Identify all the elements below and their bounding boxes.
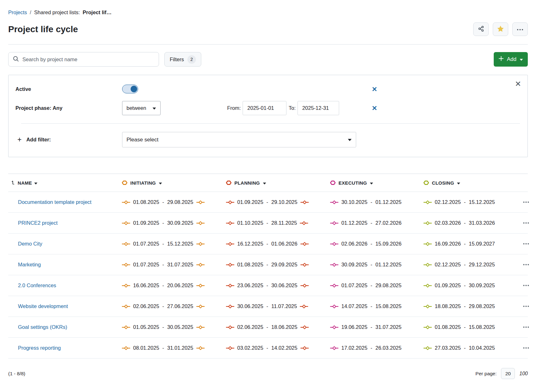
row-more-button[interactable] bbox=[522, 221, 530, 225]
row-more-button[interactable] bbox=[522, 200, 530, 204]
phase-dates-cell: 01.09.2025-30.09.2025 bbox=[423, 282, 522, 288]
add-filter-placeholder: Please select bbox=[127, 137, 158, 143]
active-filter-label: Active bbox=[15, 86, 122, 92]
add-button[interactable]: Add bbox=[494, 52, 528, 67]
active-toggle[interactable] bbox=[122, 85, 138, 93]
project-link[interactable]: Goal settings (OKRs) bbox=[18, 324, 67, 330]
phase-gate-diamond-icon bbox=[330, 325, 339, 330]
phase-start-date: 16.12.2025 bbox=[237, 241, 263, 247]
project-link[interactable]: Website development bbox=[18, 303, 68, 309]
project-link[interactable]: 2.0 Conferences bbox=[18, 282, 56, 288]
phase-gate-diamond-icon bbox=[196, 200, 205, 205]
per-page-option-100[interactable]: 100 bbox=[519, 371, 528, 377]
project-link[interactable]: Demo City bbox=[18, 241, 42, 246]
date-separator: - bbox=[371, 282, 373, 288]
date-separator: - bbox=[162, 345, 164, 351]
filter-row-phase: Project phase: Any between From: To: ✕ bbox=[15, 101, 520, 115]
share-button[interactable] bbox=[473, 22, 489, 36]
phase-gate-diamond-icon bbox=[423, 200, 432, 205]
phase-start-date: 01.08.2025 bbox=[133, 199, 159, 205]
row-more-button[interactable] bbox=[522, 263, 530, 267]
remove-active-filter-button[interactable]: ✕ bbox=[372, 86, 377, 92]
date-separator: - bbox=[464, 303, 466, 309]
more-options-button[interactable] bbox=[512, 22, 528, 36]
project-link[interactable]: Progress reporting bbox=[18, 345, 61, 351]
phase-end-date: 29.08.2025 bbox=[469, 303, 495, 309]
project-link[interactable]: Documentation template project bbox=[18, 199, 91, 205]
search-input[interactable] bbox=[22, 56, 154, 62]
phase-dates-cell: 16.12.2025-01.06.2026 bbox=[226, 241, 330, 247]
breadcrumb: Projects / Shared project lists: Project… bbox=[8, 9, 528, 15]
phase-start-date: 08.01.2025 bbox=[133, 345, 159, 351]
phase-gate-diamond-icon bbox=[423, 304, 432, 309]
table-row: Progress reporting08.01.2025-31.01.20250… bbox=[8, 338, 528, 359]
per-page-label: Per page: bbox=[475, 371, 497, 377]
date-separator: - bbox=[371, 241, 373, 247]
project-link[interactable]: PRINCE2 project bbox=[18, 220, 58, 226]
date-separator: - bbox=[371, 199, 373, 205]
per-page-selected[interactable]: 20 bbox=[501, 368, 515, 379]
phase-start-date: 02.06.2025 bbox=[133, 303, 159, 309]
date-separator: - bbox=[267, 282, 268, 288]
project-link[interactable]: Marketing bbox=[18, 262, 41, 267]
phase-dates-cell: 02.06.2026-15.09.2026 bbox=[330, 241, 423, 247]
phase-gate-diamond-icon bbox=[330, 221, 339, 225]
chevron-down-icon bbox=[152, 105, 156, 111]
phase-start-date: 19.06.2025 bbox=[341, 324, 368, 330]
row-more-button[interactable] bbox=[522, 242, 530, 246]
chevron-down-icon bbox=[457, 180, 460, 186]
favorite-button[interactable] bbox=[493, 22, 508, 36]
filters-button[interactable]: Filters 2 bbox=[164, 52, 201, 67]
phase-gate-diamond-icon bbox=[196, 325, 205, 330]
phase-dates-cell: 01.10.2025-28.11.2025 bbox=[226, 220, 330, 226]
column-header-closing[interactable]: CLOSING bbox=[423, 180, 522, 186]
from-date-input[interactable] bbox=[243, 101, 286, 115]
phase-dates-cell: 01.07.2025-15.12.2025 bbox=[122, 241, 226, 247]
phase-gate-diamond-icon bbox=[196, 346, 205, 350]
add-filter-select[interactable]: Please select bbox=[122, 132, 356, 147]
filter-panel-divider bbox=[21, 123, 520, 124]
phase-dates-cell: 16.09.2026-15.09.2027 bbox=[423, 241, 522, 247]
add-filter-label: + Add filter: bbox=[15, 135, 122, 144]
phase-gate-diamond-icon bbox=[196, 242, 205, 246]
phase-dates-cell: 01.09.2025-30.09.2025 bbox=[122, 220, 226, 226]
filter-panel-close-button[interactable]: ✕ bbox=[515, 80, 521, 88]
column-header-executing[interactable]: EXECUTING bbox=[330, 180, 423, 186]
projects-table: NAME INITIATING PLANNING bbox=[8, 174, 528, 359]
row-more-button[interactable] bbox=[522, 283, 530, 288]
phase-operator-select[interactable]: between bbox=[122, 101, 161, 115]
column-header-planning[interactable]: PLANNING bbox=[226, 180, 330, 186]
row-more-button[interactable] bbox=[522, 346, 530, 350]
phase-gate-diamond-icon bbox=[122, 221, 130, 225]
remove-phase-filter-button[interactable]: ✕ bbox=[372, 105, 377, 111]
phase-gate-diamond-icon bbox=[196, 221, 205, 225]
column-header-initiating[interactable]: INITIATING bbox=[122, 180, 226, 186]
date-separator: - bbox=[162, 303, 164, 309]
phase-dates-cell: 27.03.2025-10.04.2025 bbox=[423, 345, 522, 351]
phase-end-date: 29.09.2025 bbox=[271, 262, 297, 268]
phase-dates-cell: 01.07.2025-31.07.2025 bbox=[122, 262, 226, 268]
to-date-input[interactable] bbox=[297, 101, 339, 115]
phase-dates-cell: 01.08.2025-29.08.2025 bbox=[122, 199, 226, 205]
row-more-button[interactable] bbox=[522, 304, 530, 308]
phase-dates-cell: 19.06.2025-31.07.2025 bbox=[330, 324, 423, 330]
row-more-button[interactable] bbox=[522, 325, 530, 329]
phase-start-date: 18.08.2025 bbox=[435, 303, 461, 309]
chevron-down-icon bbox=[348, 137, 352, 143]
date-separator: - bbox=[371, 324, 373, 330]
table-row: Goal settings (OKRs)01.05.2025-30.05.202… bbox=[8, 317, 528, 338]
table-row: 2.0 Conferences16.06.2025-20.06.202523.0… bbox=[8, 275, 528, 296]
breadcrumb-projects-link[interactable]: Projects bbox=[8, 9, 27, 15]
phase-gate-diamond-icon bbox=[330, 263, 339, 267]
phase-start-date: 01.07.2025 bbox=[341, 282, 368, 288]
phase-gate-diamond-icon bbox=[330, 304, 339, 309]
phase-start-date: 02.12.2025 bbox=[435, 262, 461, 268]
phase-gate-icon bbox=[226, 181, 232, 185]
phase-start-date: 17.02.2025 bbox=[341, 345, 368, 351]
table-row: Demo City01.07.2025-15.12.202516.12.2025… bbox=[8, 234, 528, 254]
phase-end-date: 26.03.2025 bbox=[375, 345, 402, 351]
phase-end-date: 31.07.2025 bbox=[167, 262, 193, 268]
date-separator: - bbox=[371, 345, 373, 351]
column-header-name[interactable]: NAME bbox=[8, 180, 122, 186]
phase-gate-diamond-icon bbox=[423, 283, 432, 288]
